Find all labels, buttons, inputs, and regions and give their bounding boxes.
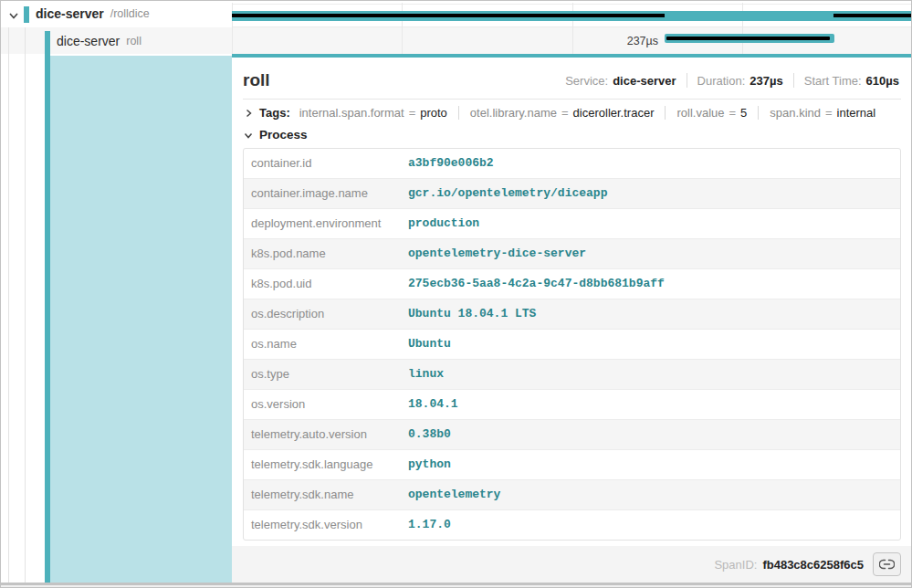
process-value: python xyxy=(401,450,900,480)
tag-value: diceroller.tracer xyxy=(573,106,655,120)
child-span-marker xyxy=(833,14,912,17)
table-row: deployment.environmentproduction xyxy=(244,209,900,239)
span-color-bar xyxy=(45,31,50,583)
process-key: k8s.pod.uid xyxy=(244,269,401,299)
table-row: telemetry.sdk.nameopentelemetry xyxy=(244,480,900,510)
tag-key: roll.value xyxy=(676,106,724,120)
process-section-label: Process xyxy=(259,128,308,142)
table-row: container.image.namegcr.io/opentelemetry… xyxy=(244,179,900,209)
tag-item: otel.library.name=diceroller.tracer xyxy=(470,106,655,120)
process-value: a3bf90e006b2 xyxy=(401,149,900,179)
process-value: gcr.io/opentelemetry/diceapp xyxy=(401,179,900,209)
service-label: Service: xyxy=(565,74,608,88)
span-detail-title: roll xyxy=(243,70,270,90)
tag-equals: = xyxy=(729,106,737,120)
span-operation-name: /rolldice xyxy=(110,7,150,20)
table-row: telemetry.sdk.version1.17.0 xyxy=(244,510,900,541)
table-row: telemetry.auto.version0.38b0 xyxy=(244,420,900,450)
table-row: container.ida3bf90e006b2 xyxy=(244,149,900,179)
span-detail-panel: roll Service: dice-server Duration: 237µ… xyxy=(232,54,912,583)
meta-separator xyxy=(687,73,687,88)
table-row: os.typelinux xyxy=(244,360,900,390)
table-row: k8s.pod.nameopentelemetry-dice-server xyxy=(244,239,900,269)
process-value: 18.04.1 xyxy=(401,390,900,420)
service-value: dice-server xyxy=(613,74,676,88)
process-key: telemetry.auto.version xyxy=(244,420,401,450)
selected-span-highlight[interactable] xyxy=(50,56,232,583)
link-icon xyxy=(879,559,895,570)
process-key: deployment.environment xyxy=(244,209,401,239)
collapse-chevron-icon[interactable] xyxy=(6,8,21,23)
chevron-right-icon xyxy=(243,108,254,119)
duration-label: Duration: xyxy=(697,74,746,88)
tag-separator xyxy=(758,106,759,120)
process-value: Ubuntu xyxy=(401,330,900,360)
process-value: linux xyxy=(401,360,900,390)
table-row: k8s.pod.uid275ecb36-5aa8-4c2a-9c47-d8bb6… xyxy=(244,269,900,299)
process-key: telemetry.sdk.language xyxy=(244,450,401,480)
span-row-rolldice[interactable]: dice-server /rolldice xyxy=(1,1,912,26)
meta-separator xyxy=(793,73,794,88)
start-time-label: Start Time: xyxy=(804,74,862,88)
indent-guide xyxy=(8,27,9,583)
span-bar-rolldice[interactable] xyxy=(232,11,912,21)
chevron-down-icon xyxy=(243,130,254,141)
child-span-marker xyxy=(232,14,665,17)
tag-equals: = xyxy=(825,106,833,120)
deep-link-button[interactable] xyxy=(873,552,901,576)
process-table: container.ida3bf90e006b2 container.image… xyxy=(243,148,901,541)
span-operation-name: roll xyxy=(126,35,142,47)
span-row-label: dice-server /rolldice xyxy=(36,1,150,26)
tag-item: roll.value=5 xyxy=(676,106,747,120)
process-value: 0.38b0 xyxy=(401,420,900,450)
tag-key: internal.span.format xyxy=(299,106,404,120)
start-time-value: 610µs xyxy=(866,74,899,88)
process-value: 275ecb36-5aa8-4c2a-9c47-d8bb681b9aff xyxy=(401,269,900,299)
span-detail-meta: Service: dice-server Duration: 237µs Sta… xyxy=(565,73,899,88)
span-detail-header: roll Service: dice-server Duration: 237µ… xyxy=(232,58,912,99)
tag-key: span.kind xyxy=(770,106,821,120)
span-row-roll[interactable]: dice-server roll 237µs xyxy=(1,27,912,54)
span-footer: SpanID: fb483c8c6258f6c5 xyxy=(232,546,912,583)
tag-item: internal.span.format=proto xyxy=(299,106,447,120)
self-time-marker xyxy=(666,37,830,40)
tag-key: otel.library.name xyxy=(470,106,557,120)
service-color-chip xyxy=(24,6,29,23)
spanid-label: SpanID: xyxy=(714,558,757,572)
tag-equals: = xyxy=(561,106,569,120)
process-key: telemetry.sdk.name xyxy=(244,480,401,510)
span-row-label: dice-server roll xyxy=(57,27,142,54)
process-key: k8s.pod.name xyxy=(244,239,401,269)
table-row: telemetry.sdk.languagepython xyxy=(244,450,900,480)
table-row: os.version18.04.1 xyxy=(244,390,900,420)
process-key: os.version xyxy=(244,390,401,420)
tag-value: proto xyxy=(420,106,447,120)
spanid-value: fb483c8c6258f6c5 xyxy=(762,558,864,572)
span-service-name: dice-server xyxy=(57,34,120,48)
table-row: os.nameUbuntu xyxy=(244,330,900,360)
process-value: opentelemetry xyxy=(401,480,900,510)
tag-value: 5 xyxy=(740,106,747,120)
process-key: container.id xyxy=(244,149,401,179)
process-key: container.image.name xyxy=(244,179,401,209)
indent-guide xyxy=(25,27,26,583)
process-key: os.type xyxy=(244,360,401,390)
process-value: 1.17.0 xyxy=(401,510,900,541)
process-value: opentelemetry-dice-server xyxy=(401,239,900,269)
duration-value: 237µs xyxy=(750,74,782,88)
table-row: os.descriptionUbuntu 18.04.1 LTS xyxy=(244,299,900,330)
process-key: os.description xyxy=(244,299,401,330)
tag-separator xyxy=(665,106,666,120)
tag-separator xyxy=(458,106,459,120)
process-value: production xyxy=(401,209,900,239)
process-key: os.name xyxy=(244,330,401,360)
process-key: telemetry.sdk.version xyxy=(244,510,401,541)
process-section-header[interactable]: Process xyxy=(243,128,901,142)
jaeger-trace-view: dice-server /rolldice dice-server roll 2… xyxy=(0,0,912,588)
process-value: Ubuntu 18.04.1 LTS xyxy=(401,299,900,330)
tags-summary[interactable]: Tags: internal.span.format=proto otel.li… xyxy=(243,100,901,125)
tag-item: span.kind=internal xyxy=(770,106,875,120)
tag-value: internal xyxy=(837,106,876,120)
span-bar-roll[interactable] xyxy=(665,34,834,43)
span-service-name: dice-server xyxy=(36,6,104,21)
